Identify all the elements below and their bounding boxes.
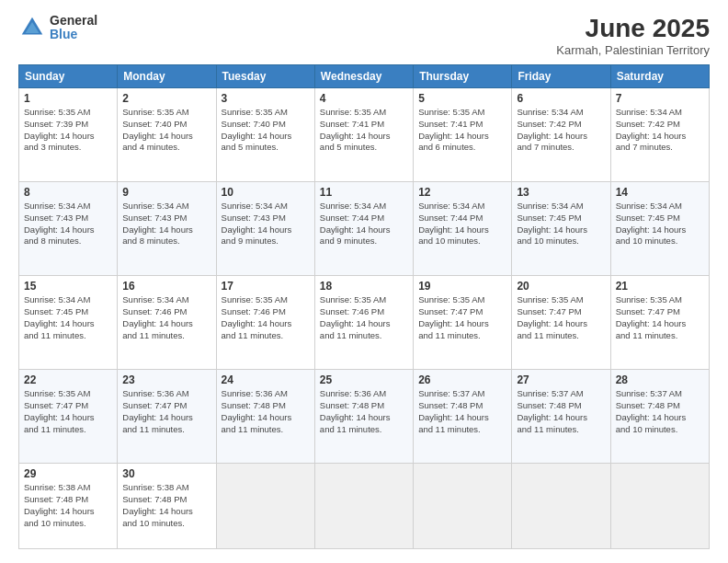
day-number: 2 [122,92,210,105]
calendar-cell: 26Sunrise: 5:37 AM Sunset: 7:48 PM Dayli… [414,370,512,464]
logo-icon [18,14,46,41]
calendar-cell [314,464,413,549]
day-info: Sunrise: 5:34 AM Sunset: 7:43 PM Dayligh… [222,201,310,247]
col-header-saturday: Saturday [610,65,709,88]
day-info: Sunrise: 5:35 AM Sunset: 7:47 PM Dayligh… [517,294,605,341]
day-info: Sunrise: 5:36 AM Sunset: 7:47 PM Dayligh… [122,388,210,435]
day-info: Sunrise: 5:37 AM Sunset: 7:48 PM Dayligh… [517,388,605,435]
calendar-cell: 3Sunrise: 5:35 AM Sunset: 7:40 PM Daylig… [216,88,314,182]
week-row-4: 22Sunrise: 5:35 AM Sunset: 7:47 PM Dayli… [19,370,710,464]
calendar-cell: 28Sunrise: 5:37 AM Sunset: 7:48 PM Dayli… [610,370,709,464]
day-info: Sunrise: 5:35 AM Sunset: 7:47 PM Dayligh… [24,388,112,435]
calendar-cell: 19Sunrise: 5:35 AM Sunset: 7:47 PM Dayli… [414,276,512,370]
logo-text: General Blue [50,14,97,42]
calendar-cell: 11Sunrise: 5:34 AM Sunset: 7:44 PM Dayli… [314,182,413,276]
day-info: Sunrise: 5:35 AM Sunset: 7:41 PM Dayligh… [320,107,408,154]
calendar-cell: 5Sunrise: 5:35 AM Sunset: 7:41 PM Daylig… [414,88,512,182]
day-number: 16 [122,280,210,293]
day-info: Sunrise: 5:34 AM Sunset: 7:44 PM Dayligh… [418,201,506,247]
day-info: Sunrise: 5:35 AM Sunset: 7:41 PM Dayligh… [418,107,506,154]
calendar-cell [512,464,610,549]
day-number: 18 [320,280,408,293]
day-info: Sunrise: 5:34 AM Sunset: 7:45 PM Dayligh… [24,294,112,341]
calendar-cell: 14Sunrise: 5:34 AM Sunset: 7:45 PM Dayli… [610,182,709,276]
calendar-cell: 4Sunrise: 5:35 AM Sunset: 7:41 PM Daylig… [314,88,413,182]
day-info: Sunrise: 5:36 AM Sunset: 7:48 PM Dayligh… [320,388,408,435]
day-number: 5 [418,92,506,105]
calendar-cell [610,464,709,549]
day-number: 15 [24,280,112,293]
day-info: Sunrise: 5:37 AM Sunset: 7:48 PM Dayligh… [418,388,506,435]
calendar-cell: 7Sunrise: 5:34 AM Sunset: 7:42 PM Daylig… [610,88,709,182]
day-info: Sunrise: 5:35 AM Sunset: 7:40 PM Dayligh… [222,107,310,154]
calendar-cell: 12Sunrise: 5:34 AM Sunset: 7:44 PM Dayli… [414,182,512,276]
day-info: Sunrise: 5:34 AM Sunset: 7:43 PM Dayligh… [24,201,112,247]
calendar-cell: 9Sunrise: 5:34 AM Sunset: 7:43 PM Daylig… [118,182,216,276]
calendar-cell: 21Sunrise: 5:35 AM Sunset: 7:47 PM Dayli… [610,276,709,370]
day-info: Sunrise: 5:37 AM Sunset: 7:48 PM Dayligh… [616,388,704,435]
calendar-cell: 1Sunrise: 5:35 AM Sunset: 7:39 PM Daylig… [19,88,118,182]
day-info: Sunrise: 5:34 AM Sunset: 7:42 PM Dayligh… [616,107,704,154]
header-row: SundayMondayTuesdayWednesdayThursdayFrid… [19,65,710,88]
col-header-sunday: Sunday [19,65,118,88]
calendar-cell [216,464,314,549]
col-header-thursday: Thursday [414,65,512,88]
day-info: Sunrise: 5:34 AM Sunset: 7:42 PM Dayligh… [517,107,605,154]
calendar-cell: 25Sunrise: 5:36 AM Sunset: 7:48 PM Dayli… [314,370,413,464]
day-number: 28 [616,373,704,386]
day-info: Sunrise: 5:34 AM Sunset: 7:45 PM Dayligh… [517,201,605,247]
day-info: Sunrise: 5:34 AM Sunset: 7:44 PM Dayligh… [320,201,408,247]
col-header-wednesday: Wednesday [314,65,413,88]
calendar-cell: 30Sunrise: 5:38 AM Sunset: 7:48 PM Dayli… [118,464,216,549]
calendar-cell: 6Sunrise: 5:34 AM Sunset: 7:42 PM Daylig… [512,88,610,182]
calendar-cell: 2Sunrise: 5:35 AM Sunset: 7:40 PM Daylig… [118,88,216,182]
day-info: Sunrise: 5:35 AM Sunset: 7:47 PM Dayligh… [616,294,704,341]
day-number: 21 [616,280,704,293]
day-number: 11 [320,186,408,199]
week-row-2: 8Sunrise: 5:34 AM Sunset: 7:43 PM Daylig… [19,182,710,276]
day-number: 10 [222,186,310,199]
day-info: Sunrise: 5:35 AM Sunset: 7:46 PM Dayligh… [320,294,408,341]
day-info: Sunrise: 5:35 AM Sunset: 7:40 PM Dayligh… [122,107,210,154]
title-location: Karmah, Palestinian Territory [556,43,710,57]
day-number: 7 [616,92,704,105]
calendar-cell: 8Sunrise: 5:34 AM Sunset: 7:43 PM Daylig… [19,182,118,276]
day-info: Sunrise: 5:34 AM Sunset: 7:45 PM Dayligh… [616,201,704,247]
day-number: 22 [24,373,112,386]
calendar-cell: 16Sunrise: 5:34 AM Sunset: 7:46 PM Dayli… [118,276,216,370]
day-number: 6 [517,92,605,105]
day-number: 8 [24,186,112,199]
day-number: 14 [616,186,704,199]
logo: General Blue [18,14,97,42]
calendar-cell: 10Sunrise: 5:34 AM Sunset: 7:43 PM Dayli… [216,182,314,276]
day-number: 1 [24,92,112,105]
day-info: Sunrise: 5:38 AM Sunset: 7:48 PM Dayligh… [122,482,210,529]
logo-general: General [50,14,97,28]
day-number: 4 [320,92,408,105]
calendar-cell: 17Sunrise: 5:35 AM Sunset: 7:46 PM Dayli… [216,276,314,370]
day-number: 20 [517,280,605,293]
calendar-cell: 24Sunrise: 5:36 AM Sunset: 7:48 PM Dayli… [216,370,314,464]
day-number: 24 [222,373,310,386]
calendar-cell: 20Sunrise: 5:35 AM Sunset: 7:47 PM Dayli… [512,276,610,370]
day-number: 9 [122,186,210,199]
calendar-cell: 29Sunrise: 5:38 AM Sunset: 7:48 PM Dayli… [19,464,118,549]
page: General Blue June 2025 Karmah, Palestini… [0,0,728,563]
col-header-tuesday: Tuesday [216,65,314,88]
day-info: Sunrise: 5:34 AM Sunset: 7:43 PM Dayligh… [122,201,210,247]
title-block: June 2025 Karmah, Palestinian Territory [556,14,710,57]
day-number: 19 [418,280,506,293]
day-number: 23 [122,373,210,386]
week-row-3: 15Sunrise: 5:34 AM Sunset: 7:45 PM Dayli… [19,276,710,370]
calendar-cell: 22Sunrise: 5:35 AM Sunset: 7:47 PM Dayli… [19,370,118,464]
day-info: Sunrise: 5:36 AM Sunset: 7:48 PM Dayligh… [222,388,310,435]
day-number: 29 [24,467,112,480]
day-number: 13 [517,186,605,199]
day-number: 17 [222,280,310,293]
day-info: Sunrise: 5:35 AM Sunset: 7:46 PM Dayligh… [222,294,310,341]
day-info: Sunrise: 5:38 AM Sunset: 7:48 PM Dayligh… [24,482,112,529]
day-number: 27 [517,373,605,386]
day-number: 12 [418,186,506,199]
calendar-cell: 27Sunrise: 5:37 AM Sunset: 7:48 PM Dayli… [512,370,610,464]
col-header-friday: Friday [512,65,610,88]
